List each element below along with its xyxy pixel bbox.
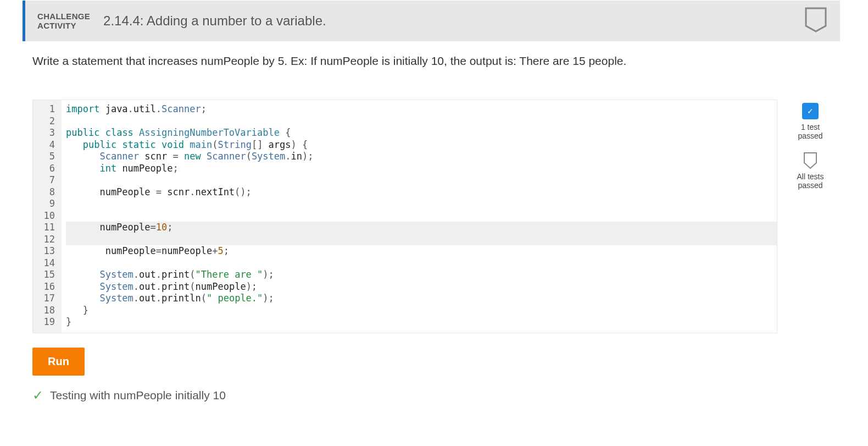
code-line[interactable] <box>66 174 777 186</box>
code-line[interactable]: } <box>66 316 777 328</box>
code-line[interactable]: Scanner scnr = new Scanner(System.in); <box>66 151 777 163</box>
test-status-all-label: All tests passed <box>797 172 824 190</box>
line-number: 11 <box>33 222 57 234</box>
code-line[interactable]: numPeople=numPeople+5; <box>66 245 777 257</box>
code-line[interactable]: numPeople=10; <box>66 222 777 234</box>
run-button[interactable]: Run <box>32 348 85 376</box>
line-number: 17 <box>33 293 57 305</box>
line-number: 19 <box>33 316 57 328</box>
code-line[interactable]: import java.util.Scanner; <box>66 103 777 115</box>
code-content[interactable]: import java.util.Scanner;public class As… <box>62 100 777 333</box>
test-status-1: ✓ 1 test passed <box>798 103 822 140</box>
line-number: 6 <box>33 163 57 175</box>
line-number: 15 <box>33 269 57 281</box>
code-line[interactable]: public class AssigningNumberToVariable { <box>66 127 777 139</box>
line-number-gutter: 12345678910111213141516171819 <box>33 100 62 333</box>
code-line[interactable] <box>66 257 777 269</box>
line-number: 9 <box>33 198 57 210</box>
test-status-all: All tests passed <box>797 152 824 190</box>
line-number: 14 <box>33 257 57 269</box>
test-result-row: ✓ Testing with numPeople initially 10 <box>32 388 777 403</box>
challenge-prompt: Write a statement that increases numPeop… <box>23 41 840 68</box>
test-result-text: Testing with numPeople initially 10 <box>50 389 226 402</box>
shield-outline-icon <box>802 152 819 169</box>
challenge-title: 2.14.4: Adding a number to a variable. <box>100 1 326 41</box>
code-line[interactable] <box>66 115 777 128</box>
line-number: 2 <box>33 115 57 128</box>
code-line[interactable]: int numPeople; <box>66 163 777 175</box>
line-number: 18 <box>33 305 57 317</box>
kicker-line-2: ACTIVITY <box>37 21 90 30</box>
code-editor[interactable]: 12345678910111213141516171819 import jav… <box>32 100 777 333</box>
code-line[interactable]: numPeople = scnr.nextInt(); <box>66 186 777 199</box>
line-number: 10 <box>33 210 57 222</box>
code-line[interactable] <box>66 198 777 210</box>
challenge-header: CHALLENGE ACTIVITY 2.14.4: Adding a numb… <box>23 1 840 41</box>
line-number: 4 <box>33 139 57 151</box>
code-line[interactable]: System.out.print(numPeople); <box>66 281 777 293</box>
line-number: 3 <box>33 127 57 139</box>
line-number: 1 <box>33 103 57 115</box>
kicker-line-1: CHALLENGE <box>37 12 90 21</box>
check-icon: ✓ <box>32 388 43 403</box>
checkbox-passed-icon: ✓ <box>802 103 819 119</box>
line-number: 12 <box>33 234 57 246</box>
test-status-1-label: 1 test passed <box>798 123 822 140</box>
code-line[interactable]: System.out.println(" people."); <box>66 293 777 305</box>
code-line[interactable]: } <box>66 305 777 317</box>
test-status-sidebar: ✓ 1 test passed All tests passed <box>777 100 830 190</box>
line-number: 16 <box>33 281 57 293</box>
line-number: 7 <box>33 174 57 186</box>
code-line[interactable] <box>66 234 777 246</box>
line-number: 5 <box>33 151 57 163</box>
code-line[interactable] <box>66 210 777 222</box>
code-line[interactable]: public static void main(String[] args) { <box>66 139 777 151</box>
line-number: 8 <box>33 186 57 199</box>
line-number: 13 <box>33 245 57 257</box>
code-line[interactable]: System.out.print("There are "); <box>66 269 777 281</box>
bookmark-icon[interactable] <box>804 7 828 34</box>
